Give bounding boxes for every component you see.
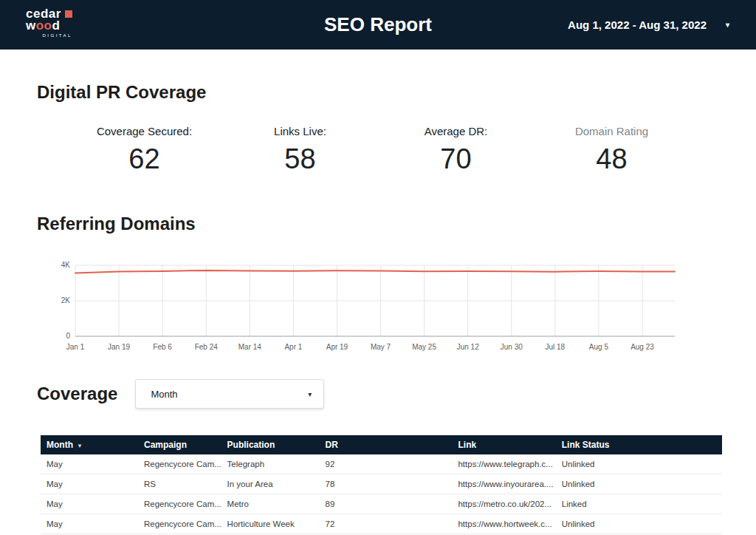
- pr-stats-row: Coverage Secured: 62 Links Live: 58 Aver…: [66, 125, 690, 175]
- logo-line-2: wood: [26, 20, 72, 32]
- cell-publication: Metro: [221, 494, 320, 514]
- stat-value: 58: [222, 143, 378, 175]
- date-range-selector[interactable]: Aug 1, 2022 - Aug 31, 2022 ▾: [568, 0, 729, 50]
- column-header-campaign[interactable]: Campaign: [138, 435, 221, 454]
- svg-text:4K: 4K: [61, 261, 71, 269]
- svg-text:0: 0: [66, 332, 70, 340]
- column-header-link-status[interactable]: Link Status: [556, 435, 722, 454]
- chevron-down-icon: ▾: [726, 21, 729, 29]
- cell-link-status: Unlinked: [556, 514, 722, 534]
- cell-dr: 89: [319, 494, 452, 514]
- svg-text:Jan 19: Jan 19: [108, 343, 130, 351]
- svg-text:Feb 24: Feb 24: [195, 343, 219, 351]
- svg-text:Feb 6: Feb 6: [153, 343, 172, 351]
- svg-text:May 25: May 25: [412, 343, 436, 351]
- cell-publication: Horticulture Week: [221, 514, 320, 534]
- date-range-label: Aug 1, 2022 - Aug 31, 2022: [568, 18, 707, 31]
- cedarwood-logo: cedar wood DIGITAL: [26, 8, 72, 38]
- svg-text:Jun 30: Jun 30: [501, 343, 523, 351]
- cell-link-status: Unlinked: [556, 454, 722, 474]
- table-header-row: Month▼ Campaign Publication DR Link Link…: [41, 435, 722, 454]
- cell-link[interactable]: https://www.inyourarea....: [452, 474, 555, 494]
- cell-campaign: Regencycore Cam...: [138, 494, 221, 514]
- app-header: cedar wood DIGITAL SEO Report Aug 1, 202…: [0, 0, 756, 50]
- column-header-link[interactable]: Link: [452, 435, 555, 454]
- svg-text:Apr 1: Apr 1: [284, 343, 302, 351]
- cell-dr: 72: [319, 514, 452, 534]
- logo-tagline: DIGITAL: [26, 33, 72, 38]
- stat-value: 70: [378, 143, 534, 175]
- stat-value: 48: [534, 143, 690, 175]
- stat-domain-rating: Domain Rating 48: [534, 125, 690, 175]
- cell-month: May: [41, 454, 138, 474]
- table-row: MayRegencycore Cam...Telegraph92https://…: [41, 454, 722, 474]
- cell-link-status: Linked: [556, 494, 722, 514]
- cell-month: May: [41, 514, 138, 534]
- svg-text:Aug 23: Aug 23: [630, 343, 654, 351]
- column-header-dr[interactable]: DR: [319, 435, 452, 454]
- stat-links-live: Links Live: 58: [222, 125, 378, 175]
- chevron-down-icon: ▾: [308, 390, 312, 398]
- svg-text:Jul 18: Jul 18: [546, 343, 566, 351]
- month-filter-value: Month: [151, 389, 177, 400]
- coverage-table-body: MayRegencycore Cam...Telegraph92https://…: [41, 454, 722, 534]
- cell-campaign: Regencycore Cam...: [138, 454, 221, 474]
- column-header-month[interactable]: Month▼: [41, 435, 138, 454]
- cell-link[interactable]: https://metro.co.uk/202...: [452, 494, 555, 514]
- svg-text:Mar 14: Mar 14: [238, 343, 262, 351]
- section-title-digital-pr-coverage: Digital PR Coverage: [37, 82, 756, 103]
- svg-text:2K: 2K: [61, 296, 71, 304]
- cell-publication: In your Area: [221, 474, 320, 494]
- stat-label: Links Live:: [222, 125, 378, 137]
- section-title-coverage: Coverage: [37, 384, 117, 404]
- cell-dr: 92: [319, 454, 452, 474]
- cell-link[interactable]: https://www.hortweek.c...: [452, 514, 555, 534]
- cell-link[interactable]: https://www.telegraph.c...: [452, 454, 555, 474]
- svg-text:Aug 5: Aug 5: [589, 343, 609, 351]
- sort-desc-icon: ▼: [77, 443, 83, 449]
- stat-value: 62: [66, 143, 222, 175]
- stat-label: Coverage Secured:: [66, 125, 222, 137]
- line-chart-svg: Jan 1Jan 19Feb 6Feb 24Mar 14Apr 1Apr 19M…: [46, 259, 695, 358]
- cell-month: May: [41, 494, 138, 514]
- table-row: MayRSIn your Area78https://www.inyourare…: [41, 474, 722, 494]
- logo-square-icon: [65, 10, 72, 18]
- cell-dr: 78: [319, 474, 452, 494]
- month-filter-dropdown[interactable]: Month ▾: [135, 379, 324, 409]
- coverage-table: Month▼ Campaign Publication DR Link Link…: [41, 435, 722, 534]
- table-row: MayRegencycore Cam...Horticulture Week72…: [41, 514, 722, 534]
- column-header-publication[interactable]: Publication: [221, 435, 320, 454]
- section-title-referring-domains: Referring Domains: [37, 214, 756, 234]
- cell-campaign: RS: [138, 474, 221, 494]
- stat-label: Average DR:: [378, 125, 534, 137]
- cell-publication: Telegraph: [221, 454, 320, 474]
- svg-text:Jan 1: Jan 1: [66, 343, 85, 351]
- svg-text:Apr 19: Apr 19: [326, 343, 348, 351]
- table-row: MayRegencycore Cam...Metro89https://metr…: [41, 494, 722, 514]
- referring-domains-chart: Jan 1Jan 19Feb 6Feb 24Mar 14Apr 1Apr 19M…: [46, 259, 695, 361]
- stat-label: Domain Rating: [534, 125, 690, 137]
- stat-coverage-secured: Coverage Secured: 62: [66, 125, 222, 175]
- cell-link-status: Unlinked: [556, 474, 722, 494]
- cell-month: May: [41, 474, 138, 494]
- svg-text:Jun 12: Jun 12: [457, 343, 479, 351]
- svg-text:May 7: May 7: [371, 343, 391, 351]
- cell-campaign: Regencycore Cam...: [138, 514, 221, 534]
- stat-average-dr: Average DR: 70: [378, 125, 534, 175]
